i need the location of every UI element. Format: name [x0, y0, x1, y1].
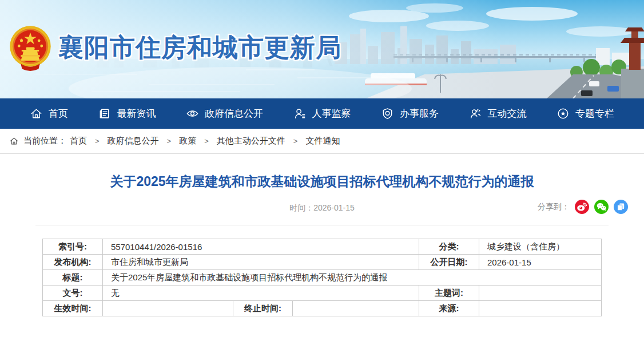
national-emblem-icon: [9, 25, 52, 71]
issuing-agency-label: 发布机构:: [43, 255, 103, 270]
people-chat-icon: [469, 107, 482, 120]
publish-date-value: 2026-01-15: [479, 255, 602, 270]
expiry-date-value: [293, 301, 419, 316]
doc-number-label: 文号:: [43, 286, 103, 301]
effective-date-value: [103, 301, 233, 316]
breadcrumb-item-gov-info[interactable]: 政府信息公开: [108, 136, 159, 146]
category-value: 城乡建设（含住房）: [479, 239, 602, 255]
time-value: 2026-01-15: [313, 203, 355, 212]
nav-item-label: 专题专栏: [575, 107, 614, 120]
person-icon: [293, 107, 307, 120]
issuing-agency-value: 市住房和城市更新局: [103, 255, 419, 270]
article-meta-row: 时间：2026-01-15 分享到：: [0, 198, 644, 220]
table-row: 标题: 关于2025年房屋建筑和市政基础设施项目招标代理机构不规范行为的通报: [43, 270, 602, 286]
site-title: 襄阳市住房和城市更新局: [58, 31, 341, 65]
share-bar: 分享到：: [538, 200, 628, 214]
article-title: 关于2025年房屋建筑和市政基础设施项目招标代理机构不规范行为的通报: [23, 173, 621, 191]
home-icon: [9, 136, 19, 146]
nav-item-personnel[interactable]: 人事监察: [293, 107, 351, 120]
home-icon: [30, 107, 43, 120]
star-circle-icon: [556, 107, 570, 120]
document-info-table: 索引号: 557010441/2026-01516 分类: 城乡建设（含住房） …: [42, 239, 602, 316]
keywords-label: 主题词:: [419, 286, 479, 301]
table-row: 发布机构: 市住房和城市更新局 公开日期: 2026-01-15: [43, 255, 602, 270]
shield-icon: [381, 107, 394, 120]
expiry-date-label: 终止时间:: [233, 301, 293, 316]
wechat-icon[interactable]: [594, 200, 609, 214]
effective-date-label: 生效时间:: [43, 301, 103, 316]
table-row: 生效时间: 终止时间: 来源:: [43, 301, 602, 316]
keywords-value: [479, 286, 602, 301]
breadcrumb-item-policy[interactable]: 政策: [179, 136, 196, 146]
nav-item-services[interactable]: 办事服务: [381, 107, 439, 120]
breadcrumb-item-home[interactable]: 首页: [70, 136, 87, 146]
breadcrumb-item-doc-notice: 文件通知: [305, 136, 340, 146]
eye-icon: [186, 107, 199, 120]
publish-date-label: 公开日期:: [419, 255, 479, 270]
header-banner: 襄阳市住房和城市更新局: [0, 0, 644, 98]
doc-title-label: 标题:: [43, 270, 103, 286]
breadcrumb-location-label: 当前位置：: [23, 136, 66, 146]
copy-doc-icon[interactable]: [614, 200, 628, 214]
content-divider: [35, 225, 609, 225]
category-label: 分类:: [419, 239, 479, 255]
breadcrumb-item-other-public-docs[interactable]: 其他主动公开文件: [217, 136, 285, 146]
breadcrumb-separator: >: [293, 137, 298, 145]
time-label: 时间：: [289, 203, 313, 212]
nav-item-label: 政府信息公开: [205, 107, 263, 120]
nav-item-label: 办事服务: [400, 107, 439, 120]
nav-item-home[interactable]: 首页: [30, 107, 68, 120]
nav-item-interaction[interactable]: 互动交流: [469, 107, 527, 120]
index-number-value: 557010441/2026-01516: [103, 239, 419, 255]
nav-item-label: 首页: [49, 107, 68, 120]
source-label: 来源:: [419, 301, 479, 316]
weibo-icon[interactable]: [575, 200, 589, 214]
breadcrumb-separator: >: [204, 137, 209, 145]
index-number-label: 索引号:: [43, 239, 103, 255]
nav-item-label: 最新资讯: [117, 107, 156, 120]
nav-item-label: 互动交流: [488, 107, 527, 120]
nav-item-label: 人事监察: [312, 107, 351, 120]
news-icon: [98, 107, 112, 120]
table-row: 索引号: 557010441/2026-01516 分类: 城乡建设（含住房）: [43, 239, 602, 255]
doc-title-value: 关于2025年房屋建筑和市政基础设施项目招标代理机构不规范行为的通报: [103, 270, 602, 286]
breadcrumb: 当前位置： 首页 > 政府信息公开 > 政策 > 其他主动公开文件 > 文件通知: [0, 129, 644, 154]
source-value: [479, 301, 602, 316]
nav-item-news[interactable]: 最新资讯: [98, 107, 156, 120]
breadcrumb-separator: >: [167, 137, 172, 145]
nav-item-gov-info[interactable]: 政府信息公开: [186, 107, 263, 120]
doc-number-value: 无: [103, 286, 419, 301]
breadcrumb-separator: >: [95, 137, 100, 145]
table-row: 文号: 无 主题词:: [43, 286, 602, 301]
share-label: 分享到：: [538, 202, 570, 212]
nav-item-special-columns[interactable]: 专题专栏: [556, 107, 614, 120]
main-nav: 首页 最新资讯 政府信息公开 人事监察 办事服务 互动交流 专题专栏: [0, 98, 644, 129]
